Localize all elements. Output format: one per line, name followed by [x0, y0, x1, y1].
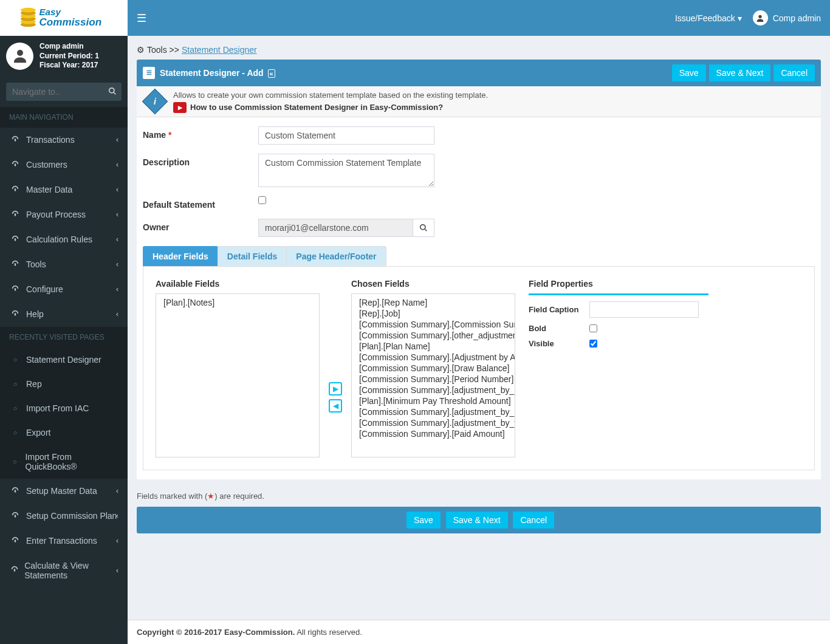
info-strip: i Allows to create your own commission s…	[137, 86, 821, 117]
field-caption-input[interactable]	[589, 301, 699, 318]
tab-page-header-footer[interactable]: Page Header/Footer	[286, 246, 386, 266]
description-label: Description	[143, 154, 258, 167]
save-next-button[interactable]: Save & Next	[709, 64, 771, 81]
move-left-button[interactable]: ◀	[329, 399, 342, 413]
dashboard-icon	[9, 284, 21, 295]
chevron-left-icon: ‹	[116, 487, 118, 495]
dashboard-icon	[9, 536, 21, 546]
list-item[interactable]: [Rep].[Rep Name]	[352, 297, 515, 308]
svg-line-10	[114, 92, 116, 95]
svg-rect-21	[15, 540, 16, 542]
sidebar-item-setup-master-data[interactable]: Setup Master Data‹	[0, 479, 128, 504]
sidebar-search	[6, 83, 122, 101]
dashboard-icon	[9, 185, 21, 195]
list-item[interactable]: [Commission Summary].[adjustment_by_fin]	[352, 417, 515, 428]
tab-header-fields[interactable]: Header Fields	[143, 246, 218, 266]
breadcrumb-link[interactable]: Statement Designer	[182, 45, 257, 55]
available-fields-list[interactable]: [Plan].[Notes]	[156, 293, 320, 457]
list-item[interactable]: [Plan].[Minimum Pay Threshold Amount]	[352, 396, 515, 406]
bold-label: Bold	[529, 324, 589, 333]
sidebar-item-customers[interactable]: Customers‹	[0, 152, 128, 177]
collapse-icon[interactable]: «	[268, 69, 275, 78]
svg-rect-16	[15, 263, 16, 265]
default-statement-checkbox[interactable]	[258, 196, 266, 204]
youtube-icon[interactable]: ▶	[173, 102, 187, 113]
topbar-user[interactable]: Comp admin	[753, 10, 821, 26]
caret-down-icon: ▾	[738, 13, 742, 23]
user-name: Comp admin	[39, 42, 99, 52]
cancel-button-bottom[interactable]: Cancel	[513, 512, 554, 529]
sidebar-item-calculate-view-statements[interactable]: Calculate & View Statements‹	[0, 553, 128, 587]
svg-rect-13	[15, 188, 16, 191]
sidebar-item-payout-process[interactable]: Payout Process‹	[0, 202, 128, 227]
tab-detail-fields[interactable]: Detail Fields	[218, 246, 287, 266]
list-item[interactable]: [Commission Summary].[Commission Summary…	[352, 319, 515, 330]
dashboard-icon	[9, 235, 21, 245]
svg-text:Commission: Commission	[39, 16, 101, 28]
sidebar-item-calculation-rules[interactable]: Calculation Rules‹	[0, 227, 128, 252]
list-item[interactable]: [Rep].[Job]	[352, 308, 515, 319]
avatar-icon	[753, 10, 768, 26]
topbar: ☰ Issue/Feedback ▾ Comp admin	[128, 0, 830, 36]
list-item[interactable]: [Plan].[Plan Name]	[352, 341, 515, 352]
name-label: Name *	[143, 126, 258, 140]
required-note: Fields marked with (★) are required.	[137, 485, 821, 507]
svg-rect-14	[15, 213, 16, 216]
list-item[interactable]: [Commission Summary].[Paid Amount]	[352, 428, 515, 439]
sidebar-item-help[interactable]: Help‹	[0, 302, 128, 327]
list-item[interactable]: [Commission Summary].[Adjustment by Admi…	[352, 352, 515, 363]
chosen-fields-label: Chosen Fields	[351, 279, 515, 289]
search-icon[interactable]	[108, 87, 117, 97]
copyright: Copyright © 2016-2017 Easy-Commission. A…	[128, 620, 830, 644]
list-item[interactable]: [Commission Summary].[Period Number]	[352, 374, 515, 385]
description-input[interactable]: Custom Commission Statement Template	[258, 154, 434, 187]
hamburger-icon[interactable]: ☰	[137, 12, 146, 25]
recent-item-statement-designer[interactable]: ○Statement Designer	[0, 348, 128, 372]
move-right-button[interactable]: ▶	[329, 382, 342, 396]
sidebar-item-transactions[interactable]: Transactions‹	[0, 128, 128, 152]
chosen-fields-list[interactable]: [Rep].[Rep Name][Rep].[Job][Commission S…	[351, 293, 515, 457]
list-item[interactable]: [Plan].[Notes]	[156, 297, 319, 308]
list-item[interactable]: [Commission Summary].[Draw Balance]	[352, 363, 515, 374]
dashboard-icon	[9, 486, 21, 496]
dashboard-icon	[9, 309, 21, 320]
cancel-button[interactable]: Cancel	[773, 64, 815, 81]
visible-checkbox[interactable]	[589, 340, 597, 348]
sidebar-item-setup-commission-plan[interactable]: Setup Commission Plan‹	[0, 504, 128, 529]
recent-item-rep[interactable]: ○Rep	[0, 372, 128, 396]
svg-point-5	[21, 7, 36, 12]
list-item[interactable]: [Commission Summary].[adjustment_by_mgr]	[352, 406, 515, 417]
list-item[interactable]: [Commission Summary].[other_adjustment]	[352, 330, 515, 341]
dashboard-icon	[9, 259, 21, 270]
bottom-button-bar: Save Save & Next Cancel	[137, 507, 821, 533]
sidebar-item-enter-transactions[interactable]: Enter Transactions‹	[0, 529, 128, 553]
recent-item-import-from-iac[interactable]: ○Import From IAC	[0, 396, 128, 420]
circle-icon: ○	[9, 458, 21, 465]
chevron-left-icon: ‹	[116, 285, 118, 293]
save-next-button-bottom[interactable]: Save & Next	[446, 512, 508, 529]
app-logo[interactable]: Easy Commission	[0, 0, 128, 36]
sidebar-item-tools[interactable]: Tools‹	[0, 252, 128, 277]
dashboard-icon	[9, 160, 21, 170]
info-icon: i	[143, 89, 167, 114]
save-button[interactable]: Save	[672, 64, 706, 81]
save-button-bottom[interactable]: Save	[406, 512, 441, 529]
name-input[interactable]	[258, 126, 434, 145]
gear-icon: ⚙	[137, 45, 145, 55]
svg-line-25	[425, 229, 427, 231]
chevron-left-icon: ‹	[116, 210, 118, 219]
avatar	[6, 43, 33, 70]
list-item[interactable]: [Commission Summary].[adjustment_by_rep]	[352, 385, 515, 396]
default-statement-label: Default Statement	[143, 196, 258, 210]
recent-item-import-from-quickbooks-[interactable]: ○Import From QuickBooks®	[0, 445, 128, 479]
svg-rect-19	[15, 490, 16, 492]
bold-checkbox[interactable]	[589, 324, 597, 332]
sidebar-item-configure[interactable]: Configure‹	[0, 277, 128, 302]
sidebar-item-master-data[interactable]: Master Data‹	[0, 177, 128, 202]
sidebar-search-input[interactable]	[6, 83, 122, 101]
recent-item-export[interactable]: ○Export	[0, 420, 128, 445]
help-video-link[interactable]: How to use Commission Statement Designer…	[190, 103, 443, 112]
issue-feedback-menu[interactable]: Issue/Feedback ▾	[675, 13, 742, 23]
owner-lookup-button[interactable]	[413, 219, 434, 237]
svg-point-24	[420, 225, 425, 230]
